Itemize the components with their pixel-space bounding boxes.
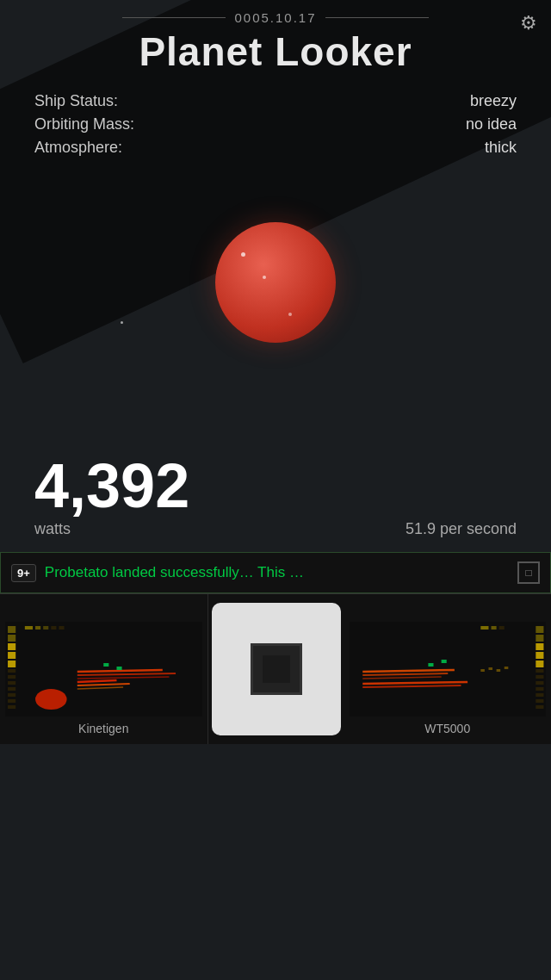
svg-point-12 <box>35 689 67 710</box>
gear-icon: ⚙ <box>520 12 537 34</box>
stop-icon <box>251 643 302 695</box>
svg-rect-44 <box>441 660 446 663</box>
svg-line-17 <box>77 673 176 675</box>
svg-rect-33 <box>536 681 543 685</box>
ship-status-panel: Ship Status: breezy Orbiting Mass: no id… <box>0 92 551 157</box>
svg-rect-6 <box>8 675 15 679</box>
orbiting-mass-row: Orbiting Mass: no idea <box>34 115 517 133</box>
planet-highlight-3 <box>288 313 292 316</box>
stop-button-panel[interactable] <box>212 603 341 735</box>
svg-rect-34 <box>536 687 543 691</box>
svg-rect-7 <box>8 681 15 685</box>
svg-rect-8 <box>8 687 15 691</box>
atmosphere-value: thick <box>485 139 517 157</box>
header: 0005.10.17 Planet Looker <box>0 0 551 75</box>
svg-line-38 <box>362 670 455 672</box>
notification-badge: 9+ <box>11 564 36 582</box>
svg-rect-45 <box>480 669 485 672</box>
planet <box>215 222 336 343</box>
stop-inner-square <box>263 655 290 683</box>
svg-line-18 <box>77 677 170 679</box>
svg-rect-30 <box>536 661 543 667</box>
watts-unit: watts <box>34 520 71 538</box>
svg-rect-23 <box>43 626 48 630</box>
svg-rect-27 <box>536 635 543 642</box>
svg-line-40 <box>362 677 441 679</box>
svg-rect-31 <box>536 669 543 673</box>
svg-rect-0 <box>8 626 15 633</box>
svg-line-42 <box>362 685 461 687</box>
notification-close-button[interactable]: □ <box>517 561 540 584</box>
watts-rate: 51.9 per second <box>406 520 517 538</box>
notification-text: Probetato landed successfully… This … <box>45 564 509 581</box>
bottom-panel: Kinetigen <box>0 593 551 744</box>
ship-status-row: Ship Status: breezy <box>34 92 517 110</box>
kinetigen-panel[interactable]: Kinetigen <box>0 594 208 744</box>
svg-rect-2 <box>8 643 15 650</box>
svg-rect-24 <box>51 626 56 630</box>
svg-rect-49 <box>480 626 488 630</box>
watts-number: 4,392 <box>34 455 517 517</box>
svg-rect-43 <box>428 663 433 667</box>
planet-highlight-2 <box>263 276 266 279</box>
svg-rect-4 <box>8 661 15 667</box>
notification-bar[interactable]: 9+ Probetato landed successfully… This …… <box>0 552 551 593</box>
orbiting-mass-value: no idea <box>466 115 517 133</box>
svg-rect-25 <box>59 626 64 630</box>
svg-line-16 <box>77 670 163 672</box>
svg-rect-20 <box>116 667 121 670</box>
app-title: Planet Looker <box>0 28 551 75</box>
svg-rect-11 <box>8 705 15 709</box>
svg-rect-48 <box>504 667 508 669</box>
svg-rect-46 <box>488 667 492 670</box>
svg-rect-9 <box>8 693 15 697</box>
ship-status-label: Ship Status: <box>34 92 118 110</box>
svg-rect-22 <box>35 626 40 630</box>
orbiting-mass-label: Orbiting Mass: <box>34 115 134 133</box>
kinetigen-label: Kinetigen <box>78 722 128 735</box>
svg-rect-1 <box>8 635 15 642</box>
svg-rect-5 <box>8 669 15 673</box>
space-visualization <box>0 153 551 446</box>
svg-rect-51 <box>498 626 504 630</box>
kinetigen-chart <box>5 622 202 716</box>
svg-rect-47 <box>496 669 500 672</box>
svg-line-41 <box>362 682 467 684</box>
atmosphere-row: Atmosphere: thick <box>34 139 517 157</box>
svg-rect-32 <box>536 675 543 679</box>
ship-status-value: breezy <box>470 92 517 110</box>
svg-line-15 <box>77 687 123 689</box>
close-icon: □ <box>525 567 531 579</box>
svg-rect-37 <box>536 705 543 709</box>
svg-rect-3 <box>8 652 15 659</box>
wt5000-chart <box>350 622 547 716</box>
svg-line-39 <box>362 673 448 675</box>
power-display: 4,392 watts 51.9 per second <box>0 455 551 538</box>
star-dot <box>121 321 123 324</box>
settings-button[interactable]: ⚙ <box>520 12 537 34</box>
svg-rect-28 <box>536 643 543 650</box>
wt5000-label: WT5000 <box>424 722 470 735</box>
svg-rect-36 <box>536 699 543 703</box>
svg-line-13 <box>77 680 117 682</box>
planet-highlight-1 <box>241 252 245 257</box>
svg-rect-29 <box>536 652 543 659</box>
svg-rect-26 <box>536 626 543 633</box>
svg-rect-35 <box>536 693 543 697</box>
svg-rect-21 <box>25 626 33 630</box>
svg-rect-19 <box>103 663 108 667</box>
atmosphere-label: Atmosphere: <box>34 139 122 157</box>
header-date: 0005.10.17 <box>0 10 551 25</box>
wt5000-panel[interactable]: WT5000 <box>344 594 552 744</box>
svg-rect-50 <box>491 626 496 630</box>
svg-rect-10 <box>8 699 15 703</box>
svg-line-14 <box>77 684 130 685</box>
